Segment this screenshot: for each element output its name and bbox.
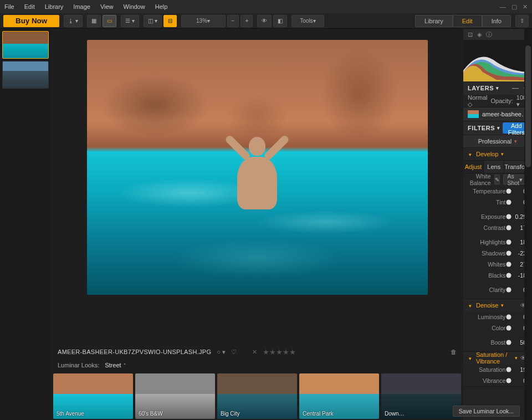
develop-header[interactable]: Develop▾ [463, 148, 532, 160]
slider-clarity[interactable]: Clarity 0 [463, 284, 532, 295]
tools-dropdown[interactable]: Tools ▾ [291, 15, 324, 27]
compare-button[interactable]: ◫ ▾ [144, 15, 162, 27]
share-button[interactable]: ⇧ [515, 15, 529, 27]
delete-icon[interactable]: 🗑 [451, 349, 457, 355]
canvas-area: AMEER-BASHEER-UKB7ZPVSWIO-UNSPLASH.JPG ○… [51, 29, 463, 420]
filters-header[interactable]: FILTERS▾ Add Filters [463, 121, 532, 135]
eyedropper-icon[interactable]: ✎ [494, 175, 500, 185]
save-look-button[interactable]: Save Luminar Look... [453, 406, 520, 417]
thumbnail-2[interactable] [2, 61, 49, 89]
opacity-label: Opacity: [490, 98, 513, 104]
favorite-icon[interactable]: ♡ [231, 349, 237, 356]
denoise-header[interactable]: Denoise▾ 👁 [463, 299, 532, 311]
looks-label: Luminar Looks: [58, 362, 99, 368]
look-downtown[interactable]: Down… [381, 373, 461, 419]
zoom-in-button[interactable]: + [241, 15, 253, 27]
slider-temperature[interactable]: Temperature 0 [463, 186, 532, 197]
menu-file[interactable]: File [4, 3, 14, 10]
filmstrip-left [0, 29, 51, 420]
menu-edit[interactable]: Edit [24, 3, 35, 10]
slider-tint[interactable]: Tint 0 [463, 197, 532, 208]
toolbar: Buy Now ⭳▾ ▦ ▭ ☰ ▾ ◫ ▾ ⊟ 13% ▾ − + 👁 ◧ T… [0, 13, 532, 29]
slider-highlights[interactable]: Highlights 18 [463, 237, 532, 248]
slider-contrast[interactable]: Contrast 17 [463, 222, 532, 233]
looks-strip: 5th Avenue 60's B&W Big City Central Par… [51, 371, 463, 420]
main-image[interactable] [87, 40, 428, 295]
export-button[interactable]: ⭳▾ [64, 15, 83, 27]
layer-item[interactable]: ameer-basheer-UKB7zPVswIo-uns… [463, 107, 532, 121]
rating-stars[interactable]: ★★★★★ [263, 348, 296, 356]
slider-blacks[interactable]: Blacks -18 [463, 270, 532, 281]
slider-shadows[interactable]: Shadows -22 [463, 248, 532, 259]
look-5th-avenue[interactable]: 5th Avenue [53, 373, 133, 419]
look-60s-bw[interactable]: 60's B&W [135, 373, 215, 419]
saturation-header[interactable]: Saturation / Vibrance▾ 👁 [463, 352, 532, 364]
filename-label: AMEER-BASHEER-UKB7ZPVSWIO-UNSPLASH.JPG [58, 349, 211, 355]
layer-name: ameer-basheer-UKB7zPVswIo-uns… [482, 111, 528, 117]
single-view-button[interactable]: ▭ [103, 15, 116, 27]
looks-category[interactable]: Street ˄ [105, 362, 125, 368]
zoom-out-button[interactable]: − [227, 15, 239, 27]
scrollbar[interactable] [524, 29, 532, 420]
minimize-icon[interactable]: — [500, 3, 506, 11]
layers-header[interactable]: LAYERS▾ —+ [463, 81, 532, 95]
slider-color[interactable]: Color 0 [463, 322, 532, 334]
menu-help[interactable]: Help [155, 3, 168, 10]
histogram [463, 40, 532, 81]
menu-window[interactable]: Window [124, 3, 145, 10]
slider-exposure[interactable]: Exposure 0.29 [463, 211, 532, 222]
tab-edit[interactable]: Edit [453, 15, 482, 27]
zoom-level[interactable]: 13% ▾ [181, 15, 226, 27]
menu-bar: File Edit Library Image View Window Help… [0, 0, 532, 13]
histogram-info-icon[interactable]: ⓘ [486, 30, 492, 39]
mode-tabs: Library Edit Info [415, 15, 511, 27]
white-balance-dropdown[interactable]: As Shot▾ [503, 175, 526, 185]
blend-mode-dropdown[interactable]: Normal ◇ [468, 94, 487, 108]
thumbnail-1[interactable] [2, 31, 49, 59]
menu-view[interactable]: View [100, 3, 114, 10]
compare-split-button[interactable]: ◧ [273, 15, 287, 27]
develop-tab-adjust[interactable]: Adjust [463, 161, 484, 173]
develop-tab-lens[interactable]: Lens [484, 161, 504, 173]
close-icon[interactable]: ✕ [523, 3, 528, 11]
layer-thumbnail [468, 110, 479, 118]
slider-luminosity[interactable]: Luminosity 0 [463, 311, 532, 322]
right-panel: ⊡ ◈ ⓘ LAYERS▾ —+ Normal ◇ Opacity: 100% … [463, 29, 532, 420]
tab-info[interactable]: Info [482, 15, 511, 27]
white-balance-label: White Balance [469, 173, 491, 186]
look-central-park[interactable]: Central Park [299, 373, 379, 419]
maximize-icon[interactable]: ▢ [511, 3, 517, 11]
buy-now-button[interactable]: Buy Now [3, 15, 59, 27]
before-after-button[interactable]: ⊟ [163, 15, 177, 27]
slider-boost[interactable]: Boost 50 [463, 337, 532, 348]
histogram-layers-icon[interactable]: ◈ [477, 31, 482, 38]
tab-library[interactable]: Library [415, 15, 453, 27]
workspace-dropdown[interactable]: Professional▾ [463, 135, 532, 148]
color-tag-icon[interactable]: ○ ▾ [217, 349, 226, 356]
histogram-rgb-icon[interactable]: ⊡ [468, 31, 473, 38]
reject-icon[interactable]: ✕ [252, 349, 257, 356]
slider-whites[interactable]: Whites 27 [463, 259, 532, 270]
look-big-city[interactable]: Big City [217, 373, 297, 419]
menu-library[interactable]: Library [45, 3, 64, 10]
preview-button[interactable]: 👁 [257, 15, 272, 27]
grid-view-button[interactable]: ▦ [87, 15, 101, 27]
slider-saturation[interactable]: Saturation 19 [463, 364, 532, 375]
menu-image[interactable]: Image [73, 3, 90, 10]
status-bar: AMEER-BASHEER-UKB7ZPVSWIO-UNSPLASH.JPG ○… [51, 345, 463, 359]
filmstrip-toggle[interactable]: ☰ ▾ [121, 15, 139, 27]
collapse-icon[interactable]: — [512, 84, 519, 92]
slider-vibrance[interactable]: Vibrance 0 [463, 375, 532, 386]
